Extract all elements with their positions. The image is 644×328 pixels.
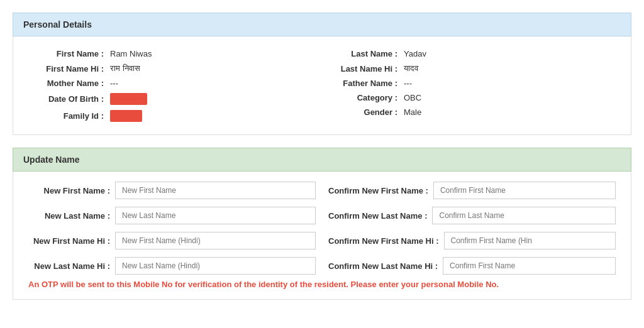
confirm-new-first-name-label: Confirm New First Name : xyxy=(328,186,428,195)
category-label: Category : xyxy=(322,93,397,102)
confirm-new-last-name-hi-label: Confirm New Last Name Hi : xyxy=(328,261,438,271)
personal-details-section: Personal Details First Name : Ram Niwas … xyxy=(13,13,631,135)
new-first-name-label: New First Name : xyxy=(28,186,110,195)
family-id-label: Family Id : xyxy=(28,111,104,121)
update-name-header: Update Name xyxy=(13,148,631,172)
confirm-new-last-name-label: Confirm New Last Name : xyxy=(328,211,427,221)
update-name-section: Update Name New First Name : Confirm New… xyxy=(13,148,631,300)
confirm-new-first-name-hi-label: Confirm New First Name Hi : xyxy=(328,236,439,246)
confirm-new-first-name-hi-input[interactable] xyxy=(444,232,616,249)
update-name-body: New First Name : Confirm New First Name … xyxy=(13,172,631,300)
new-first-name-row: New First Name : xyxy=(28,182,316,199)
first-name-hi-label: First Name Hi : xyxy=(28,64,104,74)
gender-value: Male xyxy=(404,107,421,117)
confirm-new-last-name-hi-input[interactable] xyxy=(443,257,616,275)
new-last-name-input[interactable] xyxy=(115,207,316,224)
update-name-title: Update Name xyxy=(23,155,79,165)
personal-details-header: Personal Details xyxy=(13,13,631,36)
last-name-hi-value: यादव xyxy=(404,63,418,74)
category-value: OBC xyxy=(404,93,421,102)
otp-notice: An OTP will be sent to this Mobile No fo… xyxy=(28,280,616,289)
first-name-label: First Name : xyxy=(28,49,104,58)
first-name-row: First Name : Ram Niwas xyxy=(28,46,322,61)
new-first-name-input[interactable] xyxy=(115,182,316,199)
confirm-new-last-name-hi-row: Confirm New Last Name Hi : xyxy=(328,257,616,275)
new-first-name-hi-input[interactable] xyxy=(115,232,316,249)
update-form-grid: New First Name : Confirm New First Name … xyxy=(28,182,616,275)
personal-details-title: Personal Details xyxy=(23,19,92,30)
family-id-value: -------- xyxy=(110,110,142,122)
category-row: Category : OBC xyxy=(322,90,616,105)
dob-row: Date Of Birth : ---------- xyxy=(28,90,322,107)
gender-row: Gender : Male xyxy=(322,105,616,119)
last-name-row: Last Name : Yadav xyxy=(322,46,616,61)
confirm-new-last-name-row: Confirm New Last Name : xyxy=(328,207,616,224)
first-name-hi-row: First Name Hi : राम निवास xyxy=(28,61,322,76)
mother-name-label: Mother Name : xyxy=(28,79,104,88)
last-name-hi-label: Last Name Hi : xyxy=(322,64,397,74)
mother-name-value: --- xyxy=(110,79,118,88)
new-last-name-hi-row: New Last Name Hi : xyxy=(28,257,316,275)
new-first-name-hi-label: New First Name Hi : xyxy=(28,236,110,246)
gender-label: Gender : xyxy=(322,107,397,117)
personal-details-body: First Name : Ram Niwas First Name Hi : र… xyxy=(13,36,631,135)
last-name-value: Yadav xyxy=(404,49,426,58)
confirm-new-last-name-input[interactable] xyxy=(432,207,616,224)
first-name-value: Ram Niwas xyxy=(110,49,152,58)
family-id-row: Family Id : -------- xyxy=(28,107,322,124)
first-name-hi-value: राम निवास xyxy=(110,63,140,74)
mother-name-row: Mother Name : --- xyxy=(28,76,322,90)
confirm-new-first-name-input[interactable] xyxy=(433,182,616,199)
last-name-label: Last Name : xyxy=(322,49,397,58)
new-first-name-hi-row: New First Name Hi : xyxy=(28,232,316,249)
father-name-label: Father Name : xyxy=(322,79,397,88)
details-grid: First Name : Ram Niwas First Name Hi : र… xyxy=(28,46,616,124)
new-last-name-hi-input[interactable] xyxy=(115,257,316,275)
right-details: Last Name : Yadav Last Name Hi : यादव Fa… xyxy=(322,46,616,124)
new-last-name-label: New Last Name : xyxy=(28,211,110,221)
dob-label: Date Of Birth : xyxy=(28,94,104,104)
left-details: First Name : Ram Niwas First Name Hi : र… xyxy=(28,46,322,124)
father-name-value: --- xyxy=(404,79,412,88)
confirm-new-first-name-hi-row: Confirm New First Name Hi : xyxy=(328,232,616,249)
father-name-row: Father Name : --- xyxy=(322,76,616,90)
dob-value: ---------- xyxy=(110,93,147,105)
confirm-new-first-name-row: Confirm New First Name : xyxy=(328,182,616,199)
new-last-name-hi-label: New Last Name Hi : xyxy=(28,261,110,271)
last-name-hi-row: Last Name Hi : यादव xyxy=(322,61,616,76)
new-last-name-row: New Last Name : xyxy=(28,207,316,224)
